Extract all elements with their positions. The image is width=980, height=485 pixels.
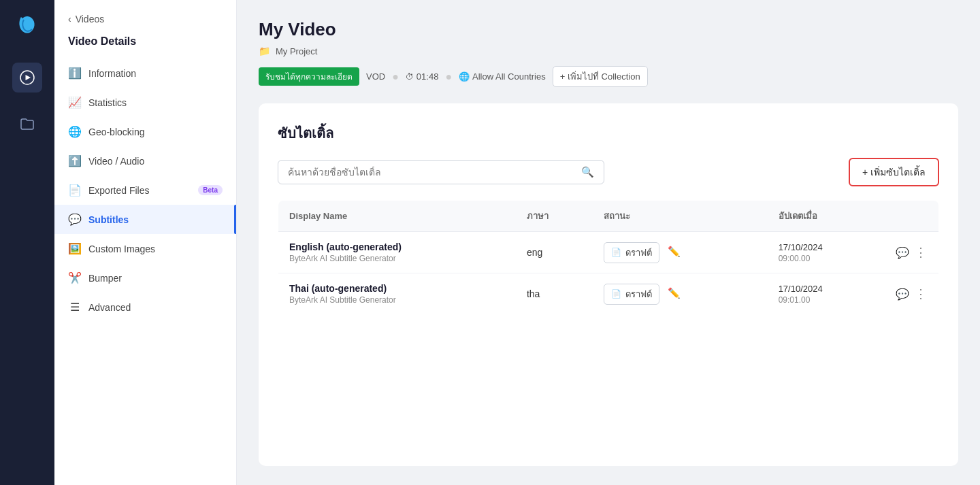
bumper-icon: ✂️ [68,271,82,284]
sub-name-text: ByteArk AI Subtitle Generator [289,295,505,305]
sidebar-item-video-audio[interactable]: ⬆️ Video / Audio [54,146,236,175]
exported-files-icon: 📄 [68,184,82,197]
edit-status-icon[interactable]: ✏️ [668,246,681,257]
meta-row: รับชมได้ทุกความละเอียด VOD ● ⏱ 01:48 ● 🌐… [259,66,958,87]
duration-label: 01:48 [416,71,439,82]
quality-badge: รับชมได้ทุกความละเอียด [259,67,359,86]
cell-actions: 💬 ⋮ [885,273,939,315]
svg-marker-1 [26,75,31,80]
sidebar-item-label: Custom Images [88,244,155,254]
subtitles-card: ซับไตเติ้ล 🔍 + เพิ่มซับไตเติ้ล Display N… [259,103,958,466]
geo-blocking-icon: 🌐 [68,125,82,138]
subtitles-icon: 💬 [68,213,82,226]
search-input[interactable] [288,167,576,178]
separator2: ● [445,71,452,83]
geo-link[interactable]: 🌐 Allow All Countries [459,71,546,82]
sidebar-item-label: Video / Audio [88,156,144,167]
sidebar-item-geo-blocking[interactable]: 🌐 Geo-blocking [54,117,236,146]
col-display-name: Display Name [278,201,516,232]
subtitle-view-icon[interactable]: 💬 [896,288,909,301]
nav-video-icon[interactable] [12,63,42,93]
sidebar-item-label: Subtitles [88,214,129,225]
col-lang: ภาษา [516,201,593,232]
sidebar-item-label: Exported Files [88,185,149,196]
file-icon: 📄 [611,248,621,257]
add-collection-button[interactable]: + เพิ่มไปที่ Collection [553,66,648,87]
cell-status: 📄 ดราฟต์ ✏️ [593,232,767,273]
icon-bar [0,0,54,485]
more-options-icon[interactable]: ⋮ [915,245,927,260]
back-button[interactable]: ‹ Videos [54,14,236,35]
clock-icon: ⏱ [406,72,414,82]
cell-display-name: Thai (auto-generated) ByteArk AI Subtitl… [278,273,516,315]
geo-label: Allow All Countries [472,71,546,82]
main-content: My Video 📁 My Project รับชมได้ทุกความละเ… [237,0,980,485]
search-icon: 🔍 [581,166,594,178]
back-label: Videos [76,14,105,24]
table-body: English (auto-generated) ByteArk AI Subt… [278,232,939,315]
vod-label: VOD [366,71,385,82]
action-icons: 💬 ⋮ [896,245,928,260]
sidebar: ‹ Videos Video Details ℹ️ Information 📈 … [54,0,237,485]
file-icon: 📄 [611,289,621,299]
advanced-icon: ☰ [68,301,82,314]
sidebar-item-label: Geo-blocking [88,127,145,137]
search-row: 🔍 + เพิ่มซับไตเติ้ล [278,158,939,186]
cell-lang: tha [516,273,593,315]
project-folder-icon: 📁 [259,46,270,56]
cell-actions: 💬 ⋮ [885,232,939,273]
col-status: สถานะ [593,201,767,232]
display-name-text: Thai (auto-generated) [289,283,505,294]
search-box: 🔍 [278,160,604,184]
time-text: 09:00.00 [779,254,874,263]
cell-status: 📄 ดราฟต์ ✏️ [593,273,767,315]
nav-folder-icon[interactable] [12,109,42,139]
subtitle-view-icon[interactable]: 💬 [896,246,909,259]
cell-updated: 17/10/2024 09:01.00 [768,273,885,315]
sidebar-item-subtitles[interactable]: 💬 Subtitles [54,205,236,234]
table-row: Thai (auto-generated) ByteArk AI Subtitl… [278,273,939,315]
cell-lang: eng [516,232,593,273]
project-label: My Project [276,46,317,56]
sidebar-section-title: Video Details [54,35,236,58]
page-title: My Video [259,19,958,40]
more-options-icon[interactable]: ⋮ [915,286,927,301]
add-subtitle-button[interactable]: + เพิ่มซับไตเติ้ล [849,158,939,186]
video-audio-icon: ⬆️ [68,154,82,167]
cell-display-name: English (auto-generated) ByteArk AI Subt… [278,232,516,273]
table-row: English (auto-generated) ByteArk AI Subt… [278,232,939,273]
sidebar-item-exported-files[interactable]: 📄 Exported Files Beta [54,175,236,205]
sidebar-item-advanced[interactable]: ☰ Advanced [54,292,236,322]
separator: ● [392,71,399,83]
duration-tag: ⏱ 01:48 [406,71,439,82]
table-header: Display Name ภาษา สถานะ อัปเดตเมื่อ [278,201,939,232]
card-title: ซับไตเติ้ล [278,122,939,144]
sidebar-item-information[interactable]: ℹ️ Information [54,58,236,88]
date-text: 17/10/2024 [779,284,874,294]
sub-name-text: ByteArk AI Subtitle Generator [289,254,505,263]
subtitles-table: Display Name ภาษา สถานะ อัปเดตเมื่อ Engl… [278,200,939,315]
display-name-text: English (auto-generated) [289,241,505,252]
custom-images-icon: 🖼️ [68,242,82,255]
date-text: 17/10/2024 [779,242,874,252]
time-text: 09:01.00 [779,295,874,305]
vod-tag: VOD [366,71,385,82]
sidebar-item-bumper[interactable]: ✂️ Bumper [54,263,236,292]
cell-updated: 17/10/2024 09:00.00 [768,232,885,273]
statistics-icon: 📈 [68,96,82,109]
sidebar-item-label: Bumper [88,273,122,284]
project-row: 📁 My Project [259,46,958,56]
beta-badge: Beta [198,185,223,195]
sidebar-item-label: Information [88,68,136,79]
information-icon: ℹ️ [68,67,82,80]
action-icons: 💬 ⋮ [896,286,928,301]
edit-status-icon[interactable]: ✏️ [668,287,681,299]
globe-icon: 🌐 [459,71,470,82]
sidebar-item-custom-images[interactable]: 🖼️ Custom Images [54,234,236,263]
col-actions [885,201,939,232]
app-logo [12,11,42,41]
sidebar-item-label: Statistics [88,97,127,108]
sidebar-item-label: Advanced [88,302,131,313]
sidebar-item-statistics[interactable]: 📈 Statistics [54,88,236,117]
status-badge: 📄 ดราฟต์ [604,284,659,305]
